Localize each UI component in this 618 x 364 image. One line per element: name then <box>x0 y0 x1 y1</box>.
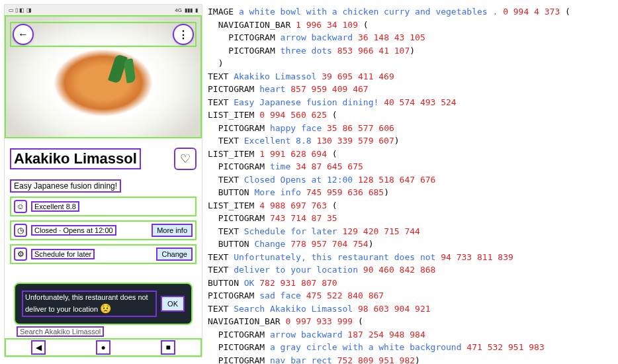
status-right-icons: 4G ▮▮▮ ▮ <box>175 7 198 13</box>
more-menu-button[interactable]: ⋮ <box>173 24 194 45</box>
nav-home-button[interactable]: ● <box>96 340 110 355</box>
nav-back-button[interactable]: ◀ <box>31 340 46 355</box>
status-bar: ▭ ▯ ◧ ◨ 4G ▮▮▮ ▮ <box>5 5 202 15</box>
battery-icon: ▮ <box>195 7 198 13</box>
back-button[interactable]: ← <box>13 24 34 45</box>
network-label: 4G <box>175 7 182 13</box>
status-left-icons: ▭ ▯ ◧ ◨ <box>9 7 32 13</box>
delivery-error-toast: Unfortunately, this restaurant does not … <box>14 283 193 325</box>
list-item-schedule: ⚙ Schedule for later Change <box>10 244 197 264</box>
hours-text: Closed · Opens at 12:00 <box>31 225 116 236</box>
system-navigation-bar: ◀ ● ■ <box>5 338 202 357</box>
rating-text: Excellent 8.8 <box>31 201 79 212</box>
arrow-backward-icon: ◀ <box>36 343 42 352</box>
home-circle-icon: ● <box>101 343 105 352</box>
signal-icon: ▮▮▮ <box>185 7 193 13</box>
sad-face-icon: 😟 <box>100 303 111 314</box>
more-info-button[interactable]: More info <box>152 224 193 237</box>
restaurant-title: Akakiko Limassol <box>10 148 141 169</box>
toast-line2: deliver to your location <box>25 305 98 313</box>
restaurant-subtitle: Easy Japanese fusion dining! <box>10 179 121 193</box>
toast-message: Unfortunately, this restaurant does not … <box>22 291 157 317</box>
arrow-backward-icon: ← <box>18 28 28 40</box>
heart-icon: ♡ <box>180 152 191 166</box>
time-icon: ◷ <box>14 224 27 237</box>
schedule-icon: ⚙ <box>14 248 27 261</box>
phone-mockup-panel: ▭ ▯ ◧ ◨ 4G ▮▮▮ ▮ ← ⋮ Akakiko Limassol ♡ … <box>0 0 205 364</box>
favorite-button[interactable]: ♡ <box>174 148 197 170</box>
content-area: Akakiko Limassol ♡ Easy Japanese fusion … <box>5 138 202 264</box>
schedule-text: Schedule for later <box>31 249 95 259</box>
hero-navigation-bar: ← ⋮ <box>10 22 197 47</box>
list-item-rating: ☺ Excellent 8.8 <box>10 197 197 216</box>
phone-frame: ▭ ▯ ◧ ◨ 4G ▮▮▮ ▮ ← ⋮ Akakiko Limassol ♡ … <box>4 4 202 357</box>
three-dots-icon: ⋮ <box>178 28 189 41</box>
toast-line1: Unfortunately, this restaurant does not <box>25 293 148 301</box>
search-hint-text: Search Akakiko Limassol <box>17 326 104 337</box>
happy-face-icon: ☺ <box>14 200 27 213</box>
change-button[interactable]: Change <box>156 248 193 261</box>
toast-ok-button[interactable]: OK <box>161 296 185 312</box>
nav-bar-rect-icon: ■ <box>165 343 170 352</box>
hero-image-region: ← ⋮ <box>5 15 202 138</box>
annotation-tree: IMAGE a white bowl with a chicken curry … <box>205 0 618 364</box>
list-item-hours: ◷ Closed · Opens at 12:00 More info <box>10 220 197 240</box>
nav-recent-button[interactable]: ■ <box>161 340 175 355</box>
